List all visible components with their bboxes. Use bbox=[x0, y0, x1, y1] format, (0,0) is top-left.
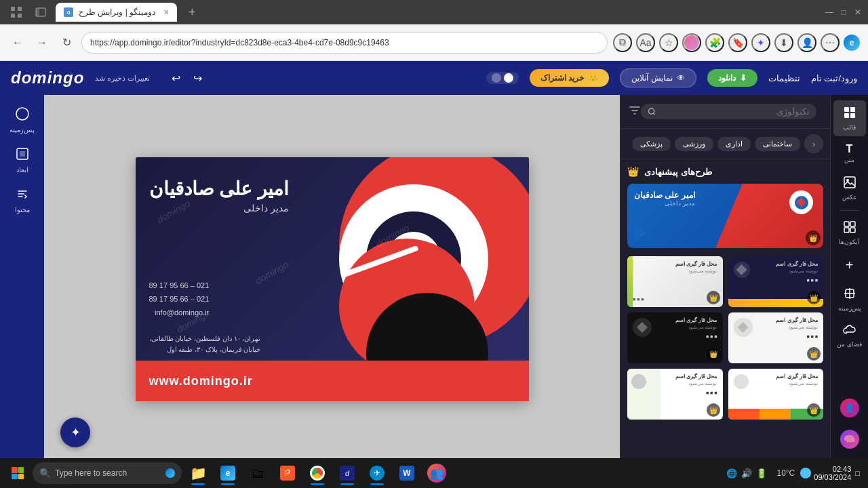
category-office[interactable]: اداری bbox=[717, 137, 751, 151]
tc4-text: محل قار گیری اسم نوشته می‌شود ■ ■ ■ bbox=[776, 317, 818, 340]
tab-close-button[interactable]: × bbox=[163, 7, 169, 18]
template-card-2[interactable]: محل قار گیری اسم نوشته می‌شود ■ ■ ■ 👑 bbox=[728, 256, 824, 307]
tc2-text: محل قار گیری اسم نوشته می‌شود ■ ■ ■ bbox=[776, 260, 818, 284]
battery-icon: 🔋 bbox=[756, 468, 767, 479]
image-label: عکس bbox=[842, 194, 856, 201]
download-button[interactable]: ⬇ دانلود bbox=[707, 69, 757, 87]
card-address-line2: خیابان فریمان، پلاک ۳۰، طبقه اول bbox=[149, 344, 261, 355]
template-card-6[interactable]: محل قار گیری اسم نوشته می‌شود 👑 bbox=[728, 369, 824, 420]
rsb-item-icons[interactable]: آیکون‌ها bbox=[833, 215, 866, 251]
rsb-item-ai[interactable]: 🧠 bbox=[833, 424, 866, 454]
favorites-icon[interactable]: ☆ bbox=[659, 33, 678, 52]
sidebar-item-bg[interactable]: پس‌زمینه bbox=[4, 102, 41, 139]
rsb-item-avatar[interactable]: 👤 bbox=[833, 393, 866, 423]
preview-button[interactable]: 👁 نمایش آنلاین bbox=[620, 68, 696, 87]
copilot-icon[interactable]: ✦ bbox=[751, 33, 770, 52]
card-bottom-bar: www.domingo.ir bbox=[136, 361, 529, 401]
fab-magic-button[interactable]: ✦ bbox=[60, 418, 90, 447]
refresh-button[interactable]: ↻ bbox=[57, 33, 76, 52]
category-prev-button[interactable]: ‹ bbox=[804, 134, 823, 153]
taskbar-file-explorer[interactable]: 📁 bbox=[184, 460, 212, 487]
close-button[interactable]: ✕ bbox=[854, 7, 861, 17]
settings-button[interactable]: تنظیمات bbox=[768, 73, 800, 83]
template-search-bar[interactable] bbox=[641, 104, 816, 119]
template-card-3[interactable]: محل قار گیری اسم نوشته می‌شود ■ ■ ■ 👑 bbox=[627, 312, 723, 363]
rsb-item-add[interactable]: + bbox=[833, 252, 866, 280]
category-building[interactable]: ساختمانی bbox=[755, 137, 800, 151]
login-button[interactable]: ورود/ثبت نام bbox=[811, 73, 857, 83]
filter-button[interactable] bbox=[629, 104, 641, 119]
featured-text: امیر علی صادقیان مدیر داخلی bbox=[634, 190, 695, 207]
people-taskbar-icon: 👥 bbox=[427, 464, 446, 483]
browser-sidebar-icon[interactable] bbox=[31, 3, 50, 22]
taskbar-telegram[interactable]: ✈ bbox=[363, 460, 391, 487]
sidebar-item-content[interactable]: محتوا bbox=[4, 182, 41, 219]
downloads-icon[interactable]: ⬇ bbox=[774, 33, 793, 52]
address-bar[interactable]: https://app.domingo.ir/editor?industryId… bbox=[81, 32, 608, 54]
template-card-1[interactable]: محل قار گیری اسم نوشته می‌شود ■ ■ ■ 👑 bbox=[627, 256, 723, 307]
svg-rect-14 bbox=[844, 113, 849, 118]
category-medical[interactable]: پزشکی bbox=[632, 137, 671, 151]
taskbar-app1[interactable]: P bbox=[274, 460, 301, 487]
svg-rect-21 bbox=[850, 228, 855, 232]
browser-grid-icon[interactable] bbox=[7, 3, 26, 22]
sidebar-item-size[interactable]: ابعاد bbox=[4, 142, 41, 179]
taskbar-domingo[interactable]: d bbox=[334, 460, 361, 487]
text-label: متن bbox=[844, 157, 854, 163]
domingo-taskbar-icon: d bbox=[340, 466, 355, 481]
subscription-button[interactable]: 👑 خرید اشتراک bbox=[530, 69, 609, 87]
main-content: پس‌زمینه ابعاد محتوا bbox=[0, 95, 868, 488]
theme-toggle[interactable] bbox=[486, 72, 519, 84]
rsb-item-bg[interactable]: پس‌زمینه bbox=[833, 281, 866, 317]
tc1-text: محل قار گیری اسم نوشته می‌شود bbox=[675, 260, 717, 274]
tc3-text: محل قار گیری اسم نوشته می‌شود ■ ■ ■ bbox=[675, 317, 717, 340]
search-icon bbox=[648, 107, 656, 117]
rsb-item-text[interactable]: T متن bbox=[833, 138, 866, 169]
new-tab-button[interactable]: + bbox=[182, 3, 201, 22]
app-header: domingo تغییرات ذخیره شد ↩ ↪ 👑 خرید اشتر… bbox=[0, 61, 868, 95]
undo-button[interactable]: ↩ bbox=[166, 68, 185, 87]
profile-circle-icon[interactable] bbox=[682, 33, 701, 52]
temperature: 10°C bbox=[776, 468, 795, 478]
template-card-4[interactable]: محل قار گیری اسم نوشته می‌شود ■ ■ ■ 👑 bbox=[728, 312, 824, 363]
minimize-button[interactable]: — bbox=[825, 7, 833, 17]
featured-template[interactable]: امیر علی صادقیان مدیر داخلی 👑 bbox=[627, 184, 823, 248]
split-screen-icon[interactable]: ⧉ bbox=[613, 33, 632, 52]
featured-crown: 👑 bbox=[806, 230, 821, 245]
template-card-5[interactable]: محل قار گیری اسم نوشته می‌شود ■ ■ ■ 👑 bbox=[627, 369, 723, 420]
rsb-item-cloud[interactable]: فضای من bbox=[833, 319, 866, 353]
extensions-icon[interactable]: 🧩 bbox=[705, 33, 724, 52]
taskbar-system-tray[interactable]: 🌐 🔊 🔋 bbox=[721, 466, 772, 481]
bg-icon bbox=[16, 107, 29, 124]
more-options-icon[interactable]: ⋯ bbox=[821, 33, 840, 52]
back-button[interactable]: ← bbox=[8, 33, 27, 52]
collections-icon[interactable]: 🔖 bbox=[728, 33, 747, 52]
text-icon: T bbox=[846, 143, 853, 155]
rsb-item-image[interactable]: عکس bbox=[833, 170, 866, 206]
design-canvas[interactable]: امیر علی صادقیان مدیر داخلی 021 – 66 95 … bbox=[136, 157, 529, 401]
template-search-input[interactable] bbox=[660, 106, 810, 117]
taskbar-edge[interactable]: e bbox=[214, 460, 241, 487]
download-icon: ⬇ bbox=[740, 73, 747, 83]
user-icon[interactable]: 👤 bbox=[797, 33, 816, 52]
rsb-item-template[interactable]: قالب bbox=[833, 100, 866, 136]
canvas-content: امیر علی صادقیان مدیر داخلی 021 – 66 95 … bbox=[44, 95, 620, 464]
taskbar-search-icon: 🔍 bbox=[39, 468, 51, 479]
taskbar-word[interactable]: W bbox=[393, 460, 420, 487]
template-label: قالب bbox=[843, 124, 856, 131]
redo-button[interactable]: ↪ bbox=[188, 68, 207, 87]
maximize-button[interactable]: □ bbox=[842, 7, 846, 17]
active-browser-tab[interactable]: d دومینگو | ویرایش طرح × bbox=[56, 3, 177, 22]
read-aloud-icon[interactable]: Aa bbox=[636, 33, 655, 52]
taskbar-files[interactable]: 🗂 bbox=[244, 460, 271, 487]
category-sports[interactable]: ورزشی bbox=[675, 137, 713, 151]
forward-button[interactable]: → bbox=[33, 33, 52, 52]
taskbar-people[interactable]: 👥 bbox=[423, 460, 450, 487]
start-button[interactable] bbox=[5, 461, 30, 485]
icons-label: آیکون‌ها bbox=[839, 239, 860, 245]
taskbar-chrome[interactable] bbox=[304, 460, 331, 487]
app-container: domingo تغییرات ذخیره شد ↩ ↪ 👑 خرید اشتر… bbox=[0, 61, 868, 488]
tc4-logo bbox=[734, 318, 753, 337]
notification-button[interactable]: □ bbox=[852, 469, 863, 477]
taskbar-search-bar[interactable]: 🔍 Type here to search bbox=[33, 462, 182, 484]
